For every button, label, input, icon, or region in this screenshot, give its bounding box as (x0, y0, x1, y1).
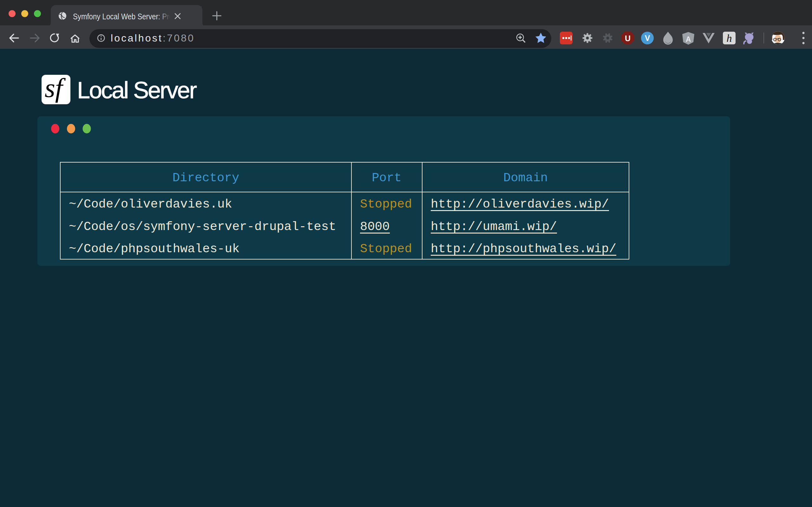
svg-text:http://phpsouthwales.wip/: http://phpsouthwales.wip/ (431, 242, 616, 256)
svg-text:h: h (727, 32, 732, 44)
svg-text:http://oliverdavies.wip/: http://oliverdavies.wip/ (431, 198, 609, 211)
svg-text:U: U (625, 34, 630, 43)
svg-text:localhost:7080: localhost:7080 (111, 32, 195, 44)
svg-text:V: V (645, 34, 650, 43)
svg-text:A: A (686, 35, 691, 43)
svg-text:Directory: Directory (172, 171, 240, 185)
svg-text:8000: 8000 (360, 220, 390, 234)
svg-text:Domain: Domain (503, 171, 548, 185)
svg-text:Stopped: Stopped (360, 198, 412, 211)
svg-text:~/Code/phpsouthwales-uk: ~/Code/phpsouthwales-uk (69, 242, 240, 256)
svg-text:~/Code/oliverdavies.uk: ~/Code/oliverdavies.uk (69, 198, 232, 211)
svg-text:Stopped: Stopped (360, 242, 412, 256)
svg-text:http://umami.wip/: http://umami.wip/ (431, 220, 557, 234)
svg-text:Port: Port (372, 171, 402, 185)
svg-text:~/Code/os/symfony-server-drupa: ~/Code/os/symfony-server-drupal-test (69, 220, 336, 234)
svg-text:Local Server: Local Server (77, 77, 197, 103)
